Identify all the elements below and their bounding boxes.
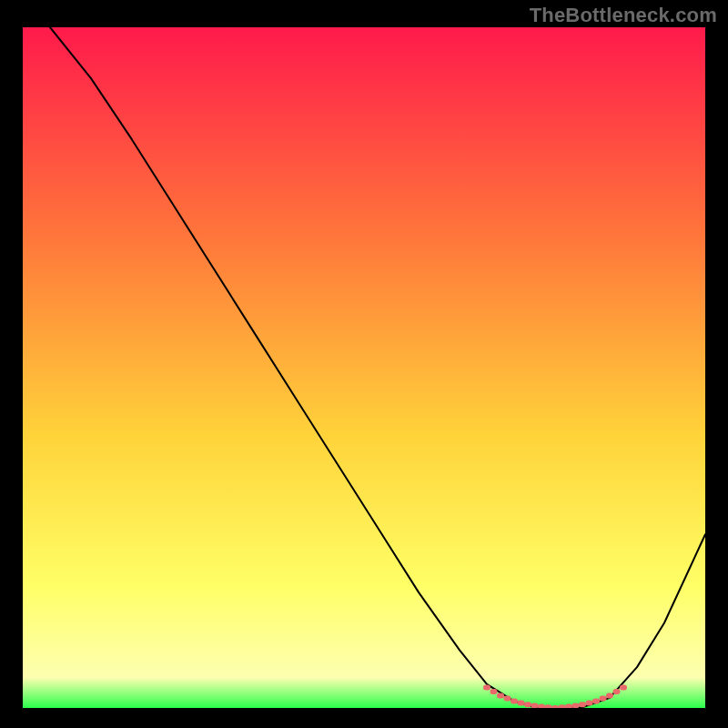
accent-dot [579, 702, 586, 707]
accent-dot [524, 702, 531, 707]
accent-dot [572, 703, 580, 708]
accent-dot [592, 699, 600, 704]
accent-dot [538, 704, 545, 708]
watermark-text: TheBottleneck.com [530, 4, 717, 27]
chart-svg [23, 27, 705, 708]
accent-dot [565, 704, 572, 708]
plot-area [23, 27, 705, 708]
accent-dot [504, 696, 511, 702]
accent-dot [586, 700, 593, 705]
accent-dot [518, 700, 525, 705]
accent-dot [620, 685, 627, 691]
accent-dot [483, 685, 490, 691]
accent-dot [497, 693, 504, 699]
chart-root: TheBottleneck.com [0, 0, 728, 728]
accent-dot [531, 703, 539, 708]
accent-dot [606, 693, 613, 699]
accent-dot [490, 689, 498, 694]
accent-dot [600, 696, 607, 702]
accent-dot [511, 699, 518, 704]
accent-dot [613, 689, 621, 694]
